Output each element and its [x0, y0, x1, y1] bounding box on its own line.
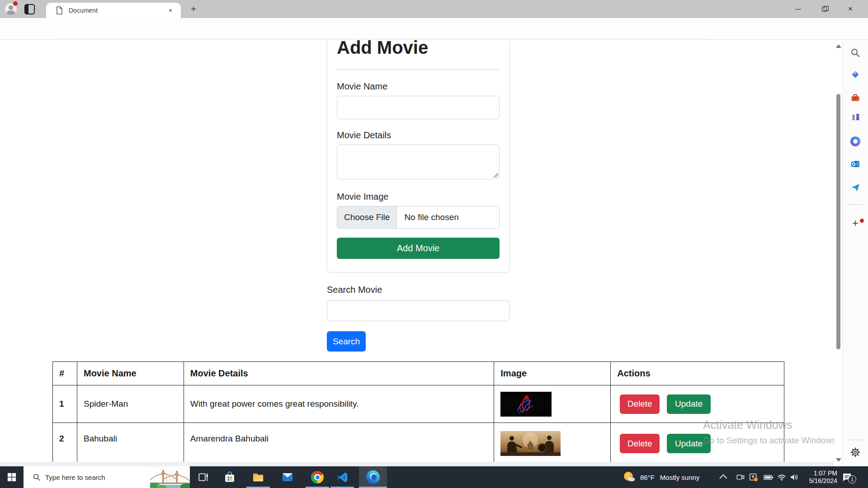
- update-button-row1[interactable]: Update: [667, 394, 711, 414]
- table-header-row: # Movie Name Movie Details Image Actions: [53, 362, 784, 385]
- edge-icon: [366, 470, 380, 484]
- meet-now-button[interactable]: [736, 466, 745, 488]
- header-movie-details: Movie Details: [184, 362, 494, 385]
- search-section: Search Movie Search: [327, 285, 509, 352]
- movie-name-label: Movie Name: [337, 81, 500, 92]
- sidebar-m365-icon[interactable]: [850, 136, 860, 146]
- task-view-icon: [198, 471, 209, 483]
- window-restore-button[interactable]: [814, 0, 835, 18]
- browser-tab[interactable]: Document ×: [46, 3, 181, 18]
- taskbar-file-explorer-button[interactable]: [246, 466, 270, 488]
- sidebar-settings-gear-icon[interactable]: [850, 447, 860, 457]
- movie-image-label: Movie Image: [337, 192, 500, 202]
- row1-details: With great power comes great responsibil…: [184, 385, 494, 423]
- table-row: 1 Spider-Man With great power comes grea…: [53, 385, 784, 423]
- scrollbar-thumb[interactable]: [836, 94, 840, 349]
- taskbar-clock[interactable]: 1:07 PM 5/16/2024: [799, 469, 837, 485]
- taskbar-mail-button[interactable]: [276, 466, 299, 488]
- vertical-scrollbar[interactable]: [835, 40, 842, 466]
- sidebar-tools-icon[interactable]: [850, 93, 860, 103]
- horizontal-scrollbar-track[interactable]: [0, 462, 834, 466]
- sidebar-games-icon[interactable]: [850, 112, 860, 122]
- sidebar-outlook-icon[interactable]: [850, 159, 860, 169]
- header-actions: Actions: [611, 362, 784, 385]
- weather-button[interactable]: [622, 466, 636, 488]
- search-icon: [33, 473, 41, 481]
- windows-update-tray-button[interactable]: [749, 466, 759, 488]
- taskbar-search-box[interactable]: Type here to search: [24, 466, 190, 488]
- show-hidden-icons-button[interactable]: [722, 466, 727, 488]
- row2-image-cell: [494, 423, 611, 467]
- page-content: Add Movie Movie Name Movie Details Movie…: [0, 40, 835, 466]
- start-button[interactable]: [0, 466, 24, 488]
- row2-details: Amarendra Bahubali: [184, 423, 494, 467]
- card-title: Add Movie: [337, 40, 500, 58]
- add-movie-button[interactable]: Add Movie: [337, 238, 500, 259]
- scroll-down-arrow[interactable]: [836, 458, 841, 462]
- sidebar-bottom-divider: [848, 440, 863, 440]
- speaker-icon: [789, 472, 799, 482]
- tab-actions-menu-icon[interactable]: [24, 4, 35, 14]
- volume-tray-button[interactable]: [789, 466, 799, 488]
- row1-image-cell: [494, 385, 611, 423]
- window-close-button[interactable]: ×: [840, 0, 861, 18]
- file-explorer-icon: [252, 471, 264, 483]
- delete-button-row2[interactable]: Delete: [620, 434, 660, 453]
- browser-toolbar: 127.0.0.1:8000/movies/ A ☆: [0, 18, 868, 40]
- windows-taskbar: Type here to search: [0, 466, 868, 488]
- header-num: #: [53, 362, 77, 385]
- window-minimize-button[interactable]: [788, 0, 808, 18]
- movie-image-file-input[interactable]: Choose File No file chosen: [337, 206, 500, 229]
- clock-date: 5/16/2024: [799, 477, 837, 485]
- taskbar-store-button[interactable]: [218, 466, 241, 488]
- search-movie-input[interactable]: [327, 300, 509, 321]
- mail-icon: [281, 471, 294, 483]
- weather-text[interactable]: 86°F Mostly sunny: [640, 466, 699, 488]
- sidebar-customize-button[interactable]: +: [849, 218, 861, 230]
- taskbar-search-placeholder: Type here to search: [45, 474, 105, 481]
- search-button[interactable]: Search: [327, 331, 366, 352]
- weather-condition: Mostly sunny: [660, 474, 700, 481]
- search-highlight-bridge-art: [150, 466, 190, 488]
- weather-sun-icon: [622, 470, 636, 484]
- table-row: 2 Bahubali Amarendra Bahubali: [53, 423, 784, 467]
- avatar-head: [9, 5, 13, 10]
- row2-actions-cell: DeleteUpdate: [611, 423, 784, 467]
- row1-actions-cell: DeleteUpdate: [611, 385, 784, 423]
- taskbar-edge-button[interactable]: [359, 466, 387, 488]
- movie-details-input[interactable]: [337, 145, 500, 179]
- tab-title: Document: [69, 7, 98, 14]
- profile-notification-dot: [13, 1, 18, 6]
- battery-tray-button[interactable]: [763, 466, 774, 488]
- task-view-button[interactable]: [192, 466, 215, 488]
- edge-browser-window: Document × + × 127.0.0.1:8000/movies/: [0, 0, 868, 488]
- update-button-row2[interactable]: Update: [667, 434, 711, 453]
- taskbar-chrome-button[interactable]: [306, 466, 329, 488]
- update-icon: [749, 472, 759, 482]
- microsoft-store-icon: [223, 471, 236, 483]
- scroll-up-arrow[interactable]: [836, 44, 841, 48]
- movie-name-input[interactable]: [337, 96, 500, 119]
- wifi-tray-button[interactable]: [777, 466, 787, 488]
- weather-temp: 86°F: [640, 474, 655, 481]
- taskbar-vscode-button[interactable]: [330, 466, 354, 488]
- row1-name: Spider-Man: [77, 385, 184, 423]
- delete-button-row1[interactable]: Delete: [620, 394, 660, 414]
- file-chosen-status: No file chosen: [397, 206, 466, 228]
- sidebar-drop-icon[interactable]: [850, 183, 860, 192]
- row1-num: 1: [53, 385, 77, 423]
- choose-file-button[interactable]: Choose File: [337, 206, 397, 228]
- sidebar-search-icon[interactable]: [850, 48, 860, 58]
- sidebar-shopping-icon[interactable]: [850, 70, 860, 80]
- document-icon: [56, 6, 63, 14]
- movies-table: # Movie Name Movie Details Image Actions…: [52, 361, 784, 466]
- tab-close-icon[interactable]: ×: [165, 5, 175, 15]
- sidebar-divider: [848, 204, 863, 205]
- search-movie-label: Search Movie: [327, 285, 509, 295]
- header-image: Image: [494, 362, 611, 385]
- add-movie-card: Add Movie Movie Name Movie Details Movie…: [327, 40, 509, 272]
- textarea-resize-grip[interactable]: [493, 173, 498, 178]
- new-tab-button[interactable]: +: [188, 4, 199, 14]
- movie-details-label: Movie Details: [337, 130, 500, 141]
- vscode-icon: [336, 471, 349, 483]
